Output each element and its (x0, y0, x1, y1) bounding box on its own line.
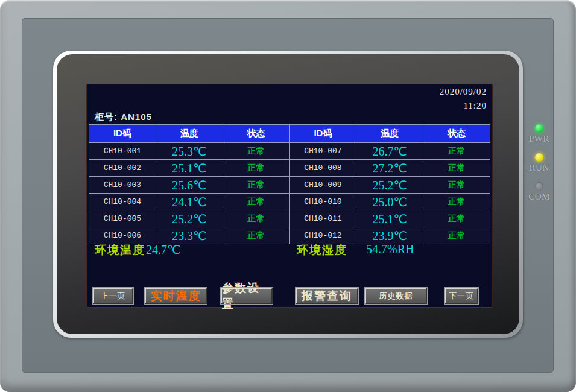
channel-id: CH10-011 (290, 210, 356, 227)
ambient-humidity-value: 54.7%RH (366, 242, 414, 256)
channel-temperature: 23.9℃ (356, 227, 423, 244)
channel-temperature: 25.6℃ (156, 177, 223, 194)
col-header-temp-1: 温度 (156, 125, 223, 143)
realtime-temperature-button[interactable]: 实时温度 (145, 288, 207, 304)
channel-temperature: 25.3℃ (156, 142, 223, 160)
com-led-group: COM (526, 182, 552, 202)
channel-status: 正常 (223, 194, 290, 210)
sensor-table: ID码 温度 状态 ID码 温度 状态 CH10-001 25.3℃ 正常 CH… (89, 124, 490, 244)
channel-temperature: 27.2℃ (356, 160, 423, 177)
table-row: CH10-001 25.3℃ 正常 CH10-007 26.7℃ 正常 (89, 142, 490, 160)
com-led-icon (535, 182, 543, 191)
col-header-status-1: 状态 (223, 125, 290, 143)
alarm-query-button[interactable]: 报警查询 (296, 288, 358, 304)
channel-id: CH10-006 (89, 227, 156, 244)
col-header-id-2: ID码 (290, 125, 356, 143)
channel-status: 正常 (423, 142, 490, 160)
channel-status: 正常 (223, 177, 290, 194)
header-row: ID码 温度 状态 ID码 温度 状态 (89, 125, 490, 143)
table-row: CH10-002 25.1℃ 正常 CH10-008 27.2℃ 正常 (89, 160, 490, 177)
channel-id: CH10-009 (290, 177, 356, 194)
history-data-button[interactable]: 历史数据 (365, 288, 427, 304)
lcd-screen: 2020/09/02 11:20 柜号: AN105 ID码 温度 状态 ID码… (86, 84, 493, 308)
ambient-temperature-label: 环境温度 (95, 242, 145, 258)
date-display: 2020/09/02 (440, 87, 487, 97)
channel-temperature: 25.1℃ (156, 160, 223, 177)
channel-temperature: 25.2℃ (356, 177, 423, 194)
col-header-id-1: ID码 (89, 125, 156, 143)
channel-temperature: 24.1℃ (156, 194, 223, 210)
channel-id: CH10-004 (89, 194, 156, 210)
channel-temperature: 25.0℃ (356, 194, 423, 210)
table-row: CH10-004 24.1℃ 正常 CH10-010 25.0℃ 正常 (89, 194, 490, 210)
channel-status: 正常 (423, 210, 490, 227)
channel-id: CH10-007 (290, 142, 356, 160)
col-header-status-2: 状态 (423, 125, 490, 143)
prev-page-button[interactable]: 上一页 (93, 288, 133, 304)
channel-id: CH10-005 (89, 210, 156, 227)
sensor-table-header: ID码 温度 状态 ID码 温度 状态 (89, 125, 490, 143)
channel-id: CH10-010 (290, 194, 356, 210)
next-page-button[interactable]: 下一页 (445, 288, 478, 304)
channel-status: 正常 (423, 160, 490, 177)
channel-temperature: 26.7℃ (356, 142, 423, 160)
channel-temperature: 23.3℃ (156, 227, 223, 244)
channel-status: 正常 (423, 177, 490, 194)
run-led-group: RUN (526, 153, 552, 173)
channel-temperature: 25.1℃ (356, 210, 423, 227)
channel-status: 正常 (423, 227, 490, 244)
table-row: CH10-003 25.6℃ 正常 CH10-009 25.2℃ 正常 (89, 177, 490, 194)
channel-status: 正常 (223, 227, 290, 244)
table-row: CH10-006 23.3℃ 正常 CH10-012 23.9℃ 正常 (89, 227, 490, 244)
power-led-icon (535, 124, 543, 133)
parameter-settings-button[interactable]: 参数设置 (221, 288, 273, 304)
status-led-strip: PWR RUN COM (526, 124, 552, 211)
ambient-readings: 环境温度 24.7℃ 环境湿度 54.7%RH (87, 242, 492, 259)
channel-id: CH10-008 (290, 160, 356, 177)
channel-id: CH10-002 (89, 160, 156, 177)
power-led-label: PWR (526, 134, 552, 144)
ambient-temperature-value: 24.7℃ (146, 242, 180, 257)
time-display: 11:20 (463, 101, 487, 111)
channel-id: CH10-012 (290, 227, 356, 244)
channel-status: 正常 (223, 160, 290, 177)
channel-temperature: 25.2℃ (156, 210, 223, 227)
run-led-label: RUN (526, 163, 552, 173)
hmi-device: PWR RUN COM 2020/09/02 11:20 柜号: AN105 I… (0, 0, 576, 392)
power-led-group: PWR (526, 124, 552, 144)
channel-status: 正常 (423, 194, 490, 210)
cabinet-id-label: 柜号: AN105 (95, 112, 152, 123)
sensor-table-body: CH10-001 25.3℃ 正常 CH10-007 26.7℃ 正常 CH10… (89, 142, 490, 244)
col-header-temp-2: 温度 (356, 125, 423, 143)
ambient-humidity-label: 环境湿度 (297, 242, 347, 258)
run-led-icon (535, 153, 543, 162)
channel-id: CH10-001 (89, 142, 156, 160)
channel-id: CH10-003 (89, 177, 156, 194)
channel-status: 正常 (223, 142, 290, 160)
table-row: CH10-005 25.2℃ 正常 CH10-011 25.1℃ 正常 (89, 210, 490, 227)
channel-status: 正常 (223, 210, 290, 227)
com-led-label: COM (526, 192, 552, 202)
